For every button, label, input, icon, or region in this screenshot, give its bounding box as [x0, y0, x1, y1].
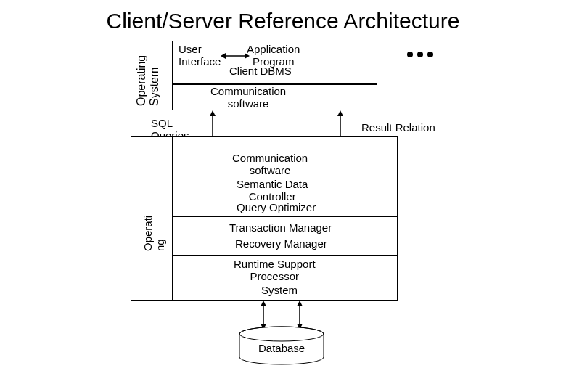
runtime-label: Runtime Support Processor	[234, 258, 316, 282]
ellipsis-icon	[405, 47, 435, 60]
svg-marker-1	[221, 53, 226, 59]
client-dbms-label: Client DBMS	[229, 65, 292, 78]
result-relation-label: Result Relation	[361, 122, 435, 134]
diagram-root: Client/Server Reference Architecture Ope…	[0, 0, 566, 392]
server-os-label: Operati ng	[142, 200, 166, 251]
client-os-label: Operating System	[135, 45, 160, 106]
svg-marker-2	[245, 53, 250, 59]
semantic-controller-label: Semantic Data Controller	[237, 179, 308, 203]
svg-marker-4	[210, 110, 216, 116]
svg-marker-10	[261, 301, 266, 306]
recovery-manager-label: Recovery Manager	[235, 238, 327, 250]
svg-marker-13	[297, 301, 303, 306]
query-optimizer-label: Query Optimizer	[237, 202, 316, 214]
ui-app-arrow	[221, 51, 250, 61]
server-comm-label: Communication software	[232, 152, 308, 176]
database-label: Database	[258, 343, 305, 355]
page-title: Client/Server Reference Architecture	[0, 9, 566, 33]
client-comm-label: Communication software	[210, 86, 286, 110]
system-label: System	[261, 285, 298, 297]
txn-manager-label: Transaction Manager	[229, 222, 332, 234]
user-interface-label: User Interface	[179, 44, 221, 68]
svg-marker-7	[337, 110, 343, 116]
